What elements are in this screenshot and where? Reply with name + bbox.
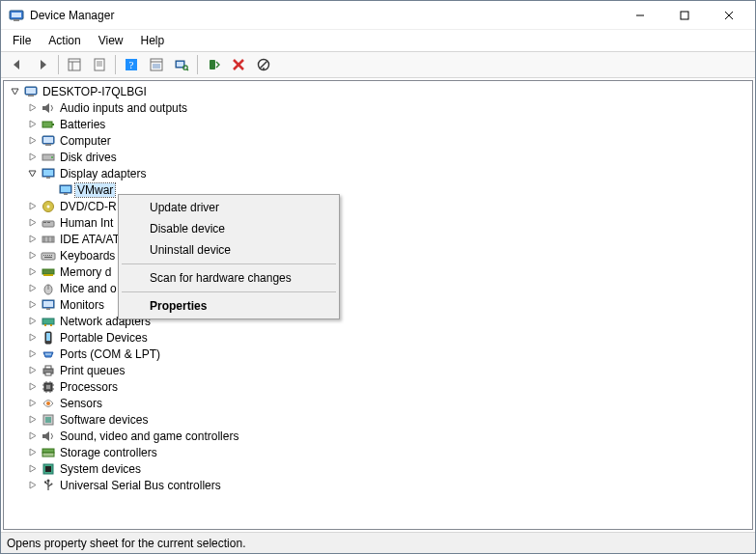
svg-rect-33	[43, 137, 53, 143]
expand-icon[interactable]	[25, 364, 39, 377]
expand-icon[interactable]	[25, 282, 39, 295]
ide-icon	[41, 232, 56, 247]
software-icon	[41, 412, 56, 428]
collapse-icon[interactable]	[8, 85, 21, 98]
menu-help[interactable]: Help	[133, 32, 173, 49]
menu-action[interactable]: Action	[41, 32, 88, 49]
forward-button[interactable]	[31, 53, 54, 76]
battery-icon	[41, 117, 56, 132]
expand-icon[interactable]	[25, 347, 39, 361]
expand-icon[interactable]	[25, 397, 39, 410]
update-driver-button[interactable]	[202, 53, 225, 76]
expand-icon[interactable]	[25, 331, 39, 345]
tree-node-display[interactable]: Display adapters	[25, 165, 752, 181]
status-text: Opens property sheet for the current sel…	[7, 537, 245, 550]
tree-node-label: Processors	[58, 380, 120, 394]
tree-node-portable[interactable]: Portable Devices	[25, 329, 752, 346]
ctx-uninstall-device[interactable]: Uninstall device	[121, 239, 337, 261]
svg-point-71	[45, 353, 47, 355]
keyboard-icon	[41, 248, 56, 263]
ctx-disable-device[interactable]: Disable device	[121, 218, 337, 239]
svg-rect-30	[42, 122, 52, 127]
svg-rect-31	[52, 124, 54, 125]
svg-rect-7	[69, 59, 80, 70]
tree-node-label: DVD/CD-R	[58, 200, 119, 213]
mouse-icon	[41, 281, 56, 296]
svg-rect-68	[50, 324, 52, 326]
tree-node-label: Storage controllers	[58, 446, 159, 459]
hid-icon	[41, 215, 56, 231]
device-tree-pane[interactable]: DESKTOP-I7QLBGI Audio inputs and outputs…	[3, 80, 753, 530]
sensor-icon	[41, 396, 56, 411]
tree-node-system[interactable]: System devices	[25, 460, 752, 477]
expand-icon[interactable]	[25, 200, 39, 213]
properties-button[interactable]	[88, 53, 111, 76]
tree-node-storage[interactable]: Storage controllers	[25, 444, 752, 460]
svg-rect-75	[45, 366, 51, 369]
expand-icon[interactable]	[25, 298, 39, 312]
tree-node-processors[interactable]: Processors	[25, 378, 752, 395]
scan-hardware-button[interactable]	[170, 53, 193, 76]
tree-node-sensors[interactable]: Sensors	[25, 395, 752, 411]
tree-node-ports[interactable]: Ports (COM & LPT)	[25, 346, 752, 362]
menu-bar: File Action View Help	[1, 30, 755, 51]
tree-root[interactable]: DESKTOP-I7QLBGI	[8, 83, 752, 99]
tree-node-software[interactable]: Software devices	[25, 411, 752, 428]
tree-node-printq[interactable]: Print queues	[25, 362, 752, 378]
tree-node-sound[interactable]: Sound, video and game controllers	[25, 428, 752, 444]
minimize-button[interactable]	[618, 1, 662, 30]
back-button[interactable]	[6, 53, 29, 76]
expand-icon[interactable]	[25, 134, 39, 148]
tree-node-label: Memory d	[58, 265, 113, 279]
action-button[interactable]	[145, 53, 168, 76]
expand-icon[interactable]	[25, 265, 39, 279]
svg-rect-18	[153, 64, 160, 69]
svg-rect-38	[43, 170, 53, 176]
app-icon	[9, 8, 24, 23]
tree-node-computer[interactable]: Computer	[25, 132, 752, 149]
expand-icon[interactable]	[25, 101, 39, 115]
title-bar: Device Manager	[1, 1, 755, 30]
svg-rect-1	[12, 13, 21, 17]
ctx-scan-hardware[interactable]: Scan for hardware changes	[121, 267, 337, 289]
collapse-icon[interactable]	[25, 167, 39, 180]
expand-icon[interactable]	[25, 233, 39, 246]
expand-icon[interactable]	[25, 429, 39, 443]
tree-node-label: Computer	[58, 134, 113, 148]
menu-file[interactable]: File	[5, 32, 39, 49]
show-hide-console-tree-button[interactable]	[63, 53, 86, 76]
tree-node-usb[interactable]: Universal Serial Bus controllers	[25, 477, 752, 493]
expand-icon[interactable]	[25, 118, 39, 131]
expand-icon[interactable]	[25, 380, 39, 394]
expand-icon[interactable]	[25, 315, 39, 328]
expand-icon[interactable]	[25, 249, 39, 263]
close-button[interactable]	[707, 1, 751, 30]
expand-icon[interactable]	[25, 216, 39, 230]
expand-icon[interactable]	[25, 151, 39, 164]
expand-icon[interactable]	[25, 446, 39, 459]
svg-rect-60	[43, 274, 53, 276]
expand-icon[interactable]	[25, 479, 39, 492]
maximize-button[interactable]	[662, 1, 707, 30]
menu-view[interactable]: View	[91, 32, 131, 49]
svg-rect-70	[46, 333, 50, 341]
expand-icon[interactable]	[25, 462, 39, 476]
ctx-update-driver[interactable]: Update driver	[121, 197, 337, 218]
port-icon	[41, 346, 56, 362]
ctx-properties[interactable]: Properties	[121, 295, 337, 317]
svg-point-44	[47, 205, 50, 208]
tree-node-label: Mice and o	[58, 282, 119, 295]
tree-node-batteries[interactable]: Batteries	[25, 116, 752, 132]
ctx-separator	[122, 263, 336, 264]
tree-node-label: Ports (COM & LPT)	[58, 347, 162, 361]
uninstall-device-button[interactable]	[227, 53, 250, 76]
disable-device-button[interactable]	[252, 53, 275, 76]
printer-icon	[41, 363, 56, 378]
tree-node-disk[interactable]: Disk drives	[25, 149, 752, 165]
tree-node-label: Audio inputs and outputs	[58, 101, 189, 115]
tree-node-audio[interactable]: Audio inputs and outputs	[25, 99, 752, 116]
expand-icon[interactable]	[25, 413, 39, 427]
help-button[interactable]: ?	[120, 53, 143, 76]
svg-rect-53	[43, 255, 44, 256]
svg-line-22	[187, 69, 189, 71]
